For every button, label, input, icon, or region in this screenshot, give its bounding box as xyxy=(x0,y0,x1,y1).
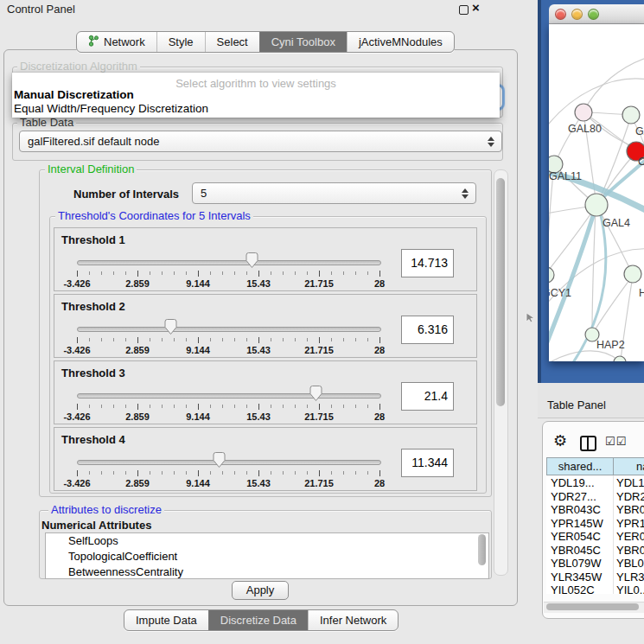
gear-icon[interactable]: ⚙ xyxy=(553,433,567,449)
tab-impute-data[interactable]: Impute Data xyxy=(124,610,208,630)
slider-tick xyxy=(162,405,163,408)
split-columns-icon[interactable] xyxy=(580,436,596,451)
column-header-name[interactable]: na... xyxy=(613,457,644,475)
zoom-button[interactable] xyxy=(588,9,599,20)
network-view-canvas[interactable]: GAL80GACGAL11GAL4GCY1HHAP2 xyxy=(549,24,644,361)
tab-label: Discretize Data xyxy=(220,614,296,627)
slider-tick xyxy=(89,405,90,408)
threshold-slider-thumb[interactable] xyxy=(245,252,259,269)
threshold-value-field[interactable]: 11.344 xyxy=(401,449,454,477)
threshold-slider-track[interactable] xyxy=(77,327,381,332)
attribute-list-item[interactable]: TopologicalCoefficient xyxy=(46,549,488,564)
table-row[interactable]: YLR345WYLR3... xyxy=(546,571,644,584)
table-hscrollbar-thumb[interactable] xyxy=(546,603,639,610)
threshold-value-field[interactable]: 14.713 xyxy=(401,249,454,277)
cell-name: YIL0... xyxy=(616,583,644,594)
num-intervals-value: 5 xyxy=(201,187,207,200)
tab-jactivemnodules[interactable]: jActiveMNodules xyxy=(347,32,454,52)
network-node[interactable] xyxy=(624,265,641,283)
bottom-tab-bar: Impute DataDiscretize DataInfer Network xyxy=(124,609,399,631)
table-row[interactable]: YDR27...YDR2... xyxy=(546,490,644,504)
interval-definition-title: Interval Definition xyxy=(45,163,137,175)
slider-tick xyxy=(150,405,150,408)
num-intervals-combobox[interactable]: 5 xyxy=(192,182,476,204)
slider-tick-label: 9.144 xyxy=(186,278,210,289)
threshold-slider-thumb[interactable] xyxy=(212,451,226,469)
threshold-slider-track[interactable] xyxy=(77,393,381,399)
tab-network[interactable]: Network xyxy=(77,32,156,52)
float-panel-icon[interactable] xyxy=(459,5,469,15)
network-node[interactable] xyxy=(622,106,640,124)
close-panel-icon[interactable]: × xyxy=(472,0,480,15)
threshold-slider-thumb[interactable] xyxy=(163,318,178,335)
column-divider xyxy=(613,475,614,594)
apply-button[interactable]: Apply xyxy=(232,581,289,600)
column-header-shared-name[interactable]: shared... xyxy=(546,457,614,475)
combo-stepper-icon xyxy=(488,137,494,147)
attribute-list-item[interactable]: SelfLoops xyxy=(46,533,488,549)
table-row[interactable]: YDL19...YDL1... xyxy=(546,476,644,490)
tab-discretize-data[interactable]: Discretize Data xyxy=(208,610,308,630)
settings-scrollbar-thumb[interactable] xyxy=(496,178,505,406)
top-tab-bar: NetworkStyleSelectCyni ToolboxjActiveMNo… xyxy=(76,31,455,53)
tab-cyni-toolbox[interactable]: Cyni Toolbox xyxy=(259,32,347,52)
table-row[interactable]: YBR045CYBR0... xyxy=(546,544,644,558)
tab-label: Impute Data xyxy=(136,614,197,627)
network-edge[interactable] xyxy=(549,351,618,361)
threshold-slider-track[interactable] xyxy=(77,460,381,465)
attributes-scrollbar-thumb[interactable] xyxy=(478,534,486,565)
network-node-label: H xyxy=(639,287,644,299)
table-row[interactable]: YIL052CYIL0... xyxy=(546,583,644,594)
slider-tick-label: 2.859 xyxy=(125,278,150,289)
slider-tick xyxy=(186,405,187,408)
slider-tick-label: 9.144 xyxy=(186,478,210,488)
threshold-slider-thumb[interactable] xyxy=(309,385,323,402)
slider-tick xyxy=(379,404,380,410)
slider-tick xyxy=(125,271,126,275)
tab-label: Style xyxy=(169,35,194,48)
table-row[interactable]: YBR043CYBR0... xyxy=(546,503,644,517)
table-row[interactable]: YER054CYER0... xyxy=(546,530,644,544)
network-edge[interactable] xyxy=(549,207,596,272)
checkboxes-icon[interactable]: ☑☑ xyxy=(605,435,627,448)
table-data-combobox[interactable]: galFiltered.sif default node xyxy=(19,131,502,152)
slider-tick xyxy=(319,337,320,343)
slider-tick xyxy=(331,471,332,475)
slider-tick xyxy=(150,338,150,341)
threshold-value-field[interactable]: 6.316 xyxy=(401,316,454,344)
algorithm-popup: Select algorithm to view settings Manual… xyxy=(12,73,500,118)
network-node[interactable] xyxy=(549,267,554,283)
cell-shared-name: YBL079W xyxy=(551,557,611,571)
network-edge[interactable] xyxy=(583,57,644,112)
slider-tick xyxy=(137,271,138,277)
close-button[interactable] xyxy=(555,9,566,20)
slider-tick xyxy=(101,471,102,475)
slider-tick-label: 9.144 xyxy=(186,345,210,355)
popup-option-equal-width-frequency[interactable]: Equal Width/Frequency Discretization xyxy=(14,102,208,115)
attribute-list-item[interactable]: BetweennessCentrality xyxy=(46,564,488,579)
tab-select[interactable]: Select xyxy=(205,32,259,52)
slider-tick xyxy=(174,471,175,475)
network-window-titlebar[interactable] xyxy=(549,4,644,24)
tab-style[interactable]: Style xyxy=(156,32,205,52)
tab-infer-network[interactable]: Infer Network xyxy=(308,610,398,630)
network-node[interactable] xyxy=(575,104,592,121)
slider-tick-label: 21.715 xyxy=(304,278,334,289)
slider-tick xyxy=(198,470,199,476)
table-row[interactable]: YBL079WYBL0... xyxy=(546,557,644,571)
threshold-label: Threshold 2 xyxy=(61,300,125,313)
threshold-2-panel: Threshold 2-3.4262.8599.14415.4321.71528… xyxy=(54,294,477,358)
minimize-button[interactable] xyxy=(571,9,583,20)
network-node[interactable] xyxy=(614,356,626,361)
threshold-value-field[interactable]: 21.4 xyxy=(401,382,454,411)
cell-name: YDL1... xyxy=(616,476,644,490)
tab-label: jActiveMNodules xyxy=(359,35,443,48)
popup-option-manual-discretization[interactable]: Manual Discretization xyxy=(14,88,134,101)
threshold-label: Threshold 3 xyxy=(61,367,125,379)
network-edge[interactable] xyxy=(592,207,596,333)
table-row[interactable]: YPR145WYPR1... xyxy=(546,517,644,531)
cell-name: YBL0... xyxy=(616,557,644,571)
threshold-slider-track[interactable] xyxy=(77,260,381,265)
network-node[interactable] xyxy=(585,194,608,216)
slider-tick xyxy=(234,405,235,408)
